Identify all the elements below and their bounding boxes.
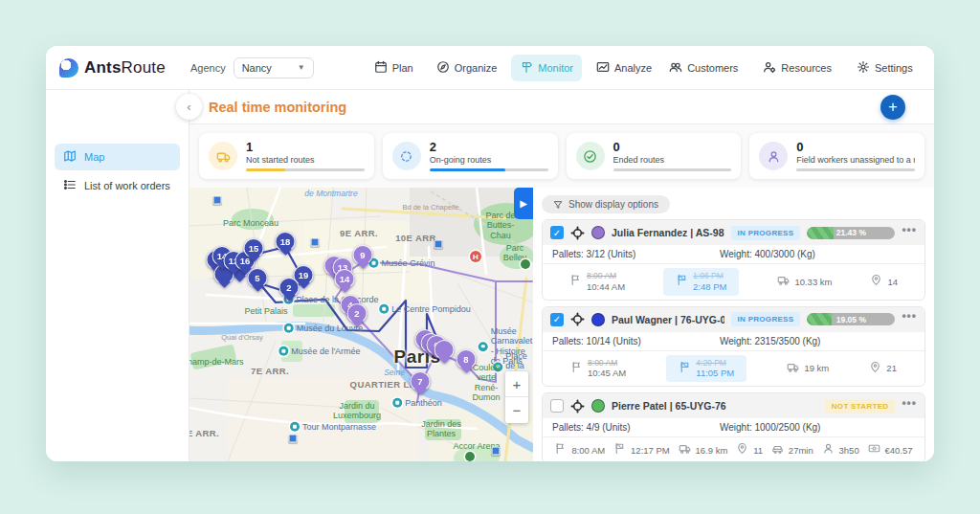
pin-icon [869, 360, 881, 377]
estimated-time: 2:48 PM [693, 281, 726, 293]
planned-time: 1:06 PM [693, 271, 726, 281]
detail-flagfinish: 1:06 PM 2:48 PM [663, 268, 739, 296]
route-pallets: Pallets: 10/14 (Units) [552, 336, 720, 346]
detail-value: 16.9 km [696, 445, 728, 456]
route-stop-pin-blue-15[interactable]: 15 [244, 238, 264, 258]
route-progress-label: 19.05 % [807, 313, 895, 325]
compass-icon [436, 60, 450, 76]
person-icon [822, 441, 835, 458]
sidebar-item-map[interactable]: Map [55, 144, 180, 170]
route-name: Pierre Patel | 65-UYG-76 [612, 400, 818, 412]
sidebar: Map List of work orders [46, 90, 189, 461]
agency-selector: Agency Nancy ▼ [190, 57, 314, 78]
route-load-row: Pallets: 4/9 (Units) Weight: 1000/2500 (… [543, 418, 924, 437]
stat-label: Not started routes [246, 155, 365, 165]
planned-time: 4:20 PM [696, 358, 734, 369]
route-card: Pierre Patel | 65-UYG-76 NOT STARTED •••… [542, 392, 925, 461]
route-stop-pin-blue-2[interactable]: 2 [279, 278, 300, 298]
stats-row: 1 Not started routes 2 On-going routes 0… [189, 124, 934, 188]
route-details-row: 8:00 AM 10:45 AM 4:20 PM 11:05 PM 19 km … [543, 351, 924, 387]
app-window: AntsRoute Agency Nancy ▼ Plan Organize M… [46, 46, 934, 461]
route-stop-pin-purple-9[interactable]: 9 [353, 245, 373, 265]
route-checkbox[interactable]: ✓ [550, 313, 564, 326]
nav-item-resources[interactable]: Resources [754, 55, 840, 81]
primary-nav: Plan Organize Monitor Analyze [366, 55, 661, 81]
route-stop-pin-purple-7[interactable]: 7 [411, 371, 431, 391]
route-stop-pin-purple[interactable] [434, 340, 455, 360]
estimated-time: 11:05 PM [696, 368, 734, 379]
metro-icon [213, 196, 222, 205]
map-collapse-button[interactable]: ▶ [514, 188, 533, 219]
locate-target-icon[interactable] [570, 226, 585, 240]
nav-item-customers[interactable]: Customers [660, 55, 746, 81]
zoom-in-button[interactable]: + [505, 371, 528, 397]
route-name: Paul Wagner | 76-UYG-09 [612, 314, 724, 325]
map-canvas[interactable]: de MontmartreBd de la ChapelleParc Monce… [189, 188, 533, 461]
back-button[interactable]: ‹ [176, 94, 202, 120]
route-stop-pin-blue-18[interactable]: 18 [276, 232, 296, 252]
stat-card-1[interactable]: 2 On-going routes [383, 133, 558, 179]
truck-icon [679, 441, 691, 458]
stat-card-3[interactable]: 0 Field workers unassigned to a route [749, 133, 924, 179]
route-more-button[interactable]: ••• [902, 401, 917, 412]
detail-value: 19 km [804, 363, 829, 373]
nav-item-settings[interactable]: Settings [848, 55, 922, 81]
show-display-options-label: Show display options [568, 199, 658, 210]
route-checkbox[interactable] [550, 399, 564, 413]
stat-progress-track [613, 168, 732, 171]
stat-card-2[interactable]: 0 Ended routes [567, 133, 742, 179]
show-display-options-button[interactable]: Show display options [542, 195, 670, 213]
route-checkbox[interactable]: ✓ [550, 226, 564, 239]
sidebar-item-list-of-work-orders[interactable]: List of work orders [55, 172, 180, 199]
locate-target-icon[interactable] [570, 312, 585, 326]
page-title: Real time monitoring [209, 100, 346, 115]
detail-pin: 11 [736, 441, 763, 458]
flagstart-icon [570, 360, 583, 377]
locate-target-icon[interactable] [570, 399, 585, 413]
route-pallets: Pallets: 3/12 (Units) [552, 249, 720, 259]
route-card-header: ✓ Paul Wagner | 76-UYG-09 IN PROGRESS 19… [543, 307, 924, 332]
route-stop-pin-blue-5[interactable]: 5 [248, 268, 268, 288]
route-progress-bar: 21.43 % [807, 227, 895, 239]
stat-card-0[interactable]: 1 Not started routes [199, 133, 374, 179]
sidebar-item-label: Map [84, 151, 104, 163]
metro-icon [289, 435, 298, 443]
metro-icon [492, 447, 501, 456]
park-poi-icon [465, 452, 475, 461]
detail-value: 21 [886, 363, 897, 373]
route-stop-pin-purple-14[interactable]: 14 [335, 269, 355, 289]
nav-tab-monitor[interactable]: Monitor [511, 55, 582, 81]
chart-icon [596, 60, 610, 76]
secondary-nav: Customers Resources Settings 98 MH [660, 55, 934, 81]
nav-tab-organize[interactable]: Organize [428, 55, 506, 81]
stat-value: 0 [613, 141, 732, 154]
stat-value: 2 [430, 141, 548, 154]
route-more-button[interactable]: ••• [902, 228, 917, 238]
zoom-out-button[interactable]: − [505, 397, 528, 423]
route-card-header: ✓ Julia Fernandez | AS-987-WX IN PROGRES… [543, 220, 924, 245]
detail-value: 3h50 [839, 445, 859, 456]
route-stop-pin-purple-8[interactable]: 8 [457, 349, 477, 369]
detail-cash: €40.57 [868, 441, 913, 458]
route-progress-label: 21.43 % [807, 227, 895, 239]
group-icon [669, 60, 682, 76]
list-icon [63, 178, 77, 193]
route-stop-pin-purple-2[interactable]: 2 [347, 303, 368, 324]
detail-value: €40.57 [885, 445, 913, 456]
detail-value: 14 [887, 277, 898, 287]
nav-tab-analyze[interactable]: Analyze [588, 55, 660, 81]
route-details-row: 8:00 AM 10:44 AM 1:06 PM 2:48 PM 10.33 k… [543, 264, 924, 300]
brand-logo[interactable]: AntsRoute [59, 58, 166, 78]
estimated-time: 10:44 AM [587, 281, 625, 293]
route-name: Julia Fernandez | AS-987-WX [612, 227, 724, 238]
route-card: ✓ Paul Wagner | 76-UYG-09 IN PROGRESS 19… [542, 306, 925, 388]
stat-value: 1 [246, 141, 365, 154]
detail-pin: 14 [870, 273, 898, 290]
detail-person: 3h50 [822, 441, 859, 458]
route-more-button[interactable]: ••• [902, 314, 917, 324]
add-button[interactable]: + [880, 95, 905, 120]
pin-icon [870, 273, 882, 290]
route-details-row: 8:00 AM 12:17 PM 16.9 km 11 27min 3h50 €… [543, 437, 924, 461]
nav-tab-plan[interactable]: Plan [366, 55, 422, 81]
agency-dropdown[interactable]: Nancy ▼ [234, 57, 314, 78]
